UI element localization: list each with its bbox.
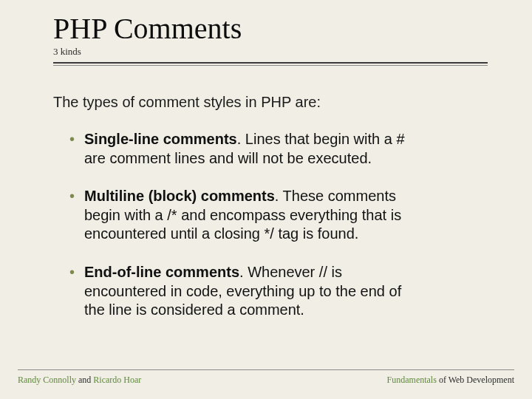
footer-right: Fundamentals of Web Development: [387, 375, 514, 386]
slide-subtitle: 3 kinds: [53, 46, 488, 58]
footer-divider: [18, 369, 514, 370]
footer-left-mid: and: [76, 375, 93, 385]
footer-left: Randy Connolly and Ricardo Hoar: [18, 375, 141, 386]
intro-text: The types of comment styles in PHP are:: [53, 94, 488, 111]
title-divider: [53, 62, 488, 66]
bullet-lead: End-of-line comments: [84, 264, 239, 280]
author-1: Randy Connolly: [18, 375, 76, 385]
bullet-lead: Single-line comments: [84, 131, 237, 147]
book-title-lead: Fundamentals: [387, 375, 437, 385]
footer-row: Randy Connolly and Ricardo Hoar Fundamen…: [18, 375, 514, 386]
bullet-list: Single-line comments. Lines that begin w…: [53, 130, 488, 320]
list-item: End-of-line comments. Whenever // is enc…: [69, 263, 424, 320]
footer: Randy Connolly and Ricardo Hoar Fundamen…: [18, 369, 514, 386]
author-2: Ricardo Hoar: [93, 375, 141, 385]
book-title-rest: of Web Development: [437, 375, 514, 385]
slide: PHP Comments 3 kinds The types of commen…: [0, 0, 532, 399]
list-item: Multiline (block) comments. These commen…: [69, 187, 424, 244]
list-item: Single-line comments. Lines that begin w…: [69, 130, 424, 168]
bullet-lead: Multiline (block) comments: [84, 188, 275, 204]
page-title: PHP Comments: [53, 13, 488, 44]
